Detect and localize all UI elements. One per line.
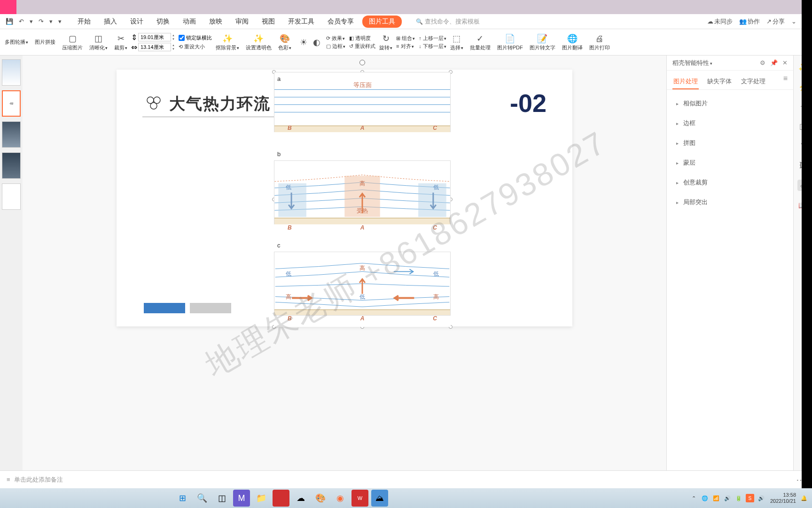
height-down[interactable]: ▼ [172,47,175,51]
panel-title[interactable]: 稻壳智能特性 [672,59,712,67]
undo-drop[interactable]: ▾ [28,17,35,26]
explorer-button[interactable]: 📁 [253,490,270,507]
close-icon[interactable]: ✕ [782,59,788,66]
width-field[interactable] [138,33,171,41]
app-1[interactable]: M [233,490,250,507]
tab-review[interactable]: 审阅 [231,16,253,28]
rp-item-collage[interactable]: 拼图 [667,133,793,153]
tab-animation[interactable]: 动画 [178,16,201,28]
width-down[interactable]: ▼ [172,37,175,41]
effect-button[interactable]: ⟳ 效果 [326,35,345,42]
caret-down-icon[interactable]: ⌄ [791,18,796,25]
tray-icon-2[interactable]: 📶 [712,494,720,502]
undo-button[interactable]: ↶ [17,17,26,26]
tab-insert[interactable]: 插入 [99,16,122,28]
lock-ratio-checkbox[interactable]: 锁定纵横比 [179,34,212,41]
tray-icon-5[interactable]: 🔊 [757,494,765,502]
search-button[interactable]: 🔍 [194,490,211,507]
tab-devtools[interactable]: 开发工具 [283,16,319,28]
menu-icon[interactable]: ≡ [783,74,788,89]
search-input[interactable]: 查找命令、搜索模板 [416,17,480,26]
move-up-button[interactable]: ↑ 上移一层 [419,35,446,42]
qat-more[interactable]: ▾ [56,17,63,26]
rotate-button[interactable]: ↻ 旋转 [376,32,395,52]
rp-tab-text[interactable]: 文字处理 [740,74,766,89]
app-3[interactable]: ☁ [292,490,309,507]
save-icon[interactable]: 💾 [4,17,15,26]
tab-start[interactable]: 开始 [73,16,95,28]
to-pdf-button[interactable]: 📄 图片转PDF [494,32,526,52]
wps-button[interactable]: W [351,490,368,507]
reset-size-button[interactable]: ⟲ 重设大小 [179,43,212,50]
start-button[interactable]: ⊞ [174,490,191,507]
redo-drop[interactable]: ▾ [47,17,55,26]
tab-slideshow[interactable]: 放映 [204,16,227,28]
notes-area[interactable]: ≡ 单击此处添加备注 ⋯ [0,470,812,488]
tab-member[interactable]: 会员专享 [323,16,359,28]
pin-icon[interactable]: 📌 [770,59,778,66]
app-6[interactable]: ⛰ [371,490,388,507]
compress-button[interactable]: ▢ 压缩图片 [59,32,86,52]
rp-tab-image[interactable]: 图片处理 [672,74,699,89]
reset-style-button[interactable]: ↺ 重设样式 [349,43,375,50]
tray-icon-3[interactable]: 🔊 [723,494,732,502]
rotate-handle[interactable] [359,60,365,65]
tab-view[interactable]: 视图 [257,16,280,28]
redo-button[interactable]: ↷ [37,17,46,26]
selected-image[interactable]: a 等压面 B A C b [274,72,451,327]
rp-item-overlay[interactable]: 蒙层 [667,153,793,173]
ime-icon[interactable]: S [746,494,754,502]
print-button[interactable]: 🖨 图片打印 [586,32,613,52]
crop-button[interactable]: ✂ 裁剪 [111,32,130,52]
remove-bg-button[interactable]: ✨ 抠除背景 [213,32,242,52]
slide-title-text: 大气热力环流 [169,93,271,115]
transparency-button[interactable]: ◧ 透明度 [349,35,375,42]
contrast-icon[interactable]: ◐ [311,37,322,48]
tray-icon-1[interactable]: 🌐 [701,494,709,502]
thumbnail-3[interactable] [2,121,21,148]
colorful-button[interactable]: 🎨 色彩 [275,32,294,52]
rp-item-similar[interactable]: 相似图片 [667,94,793,113]
clock[interactable]: 13:58 2022/10/21 [770,492,796,504]
thumbnail-5[interactable] [2,183,21,210]
gear-icon[interactable]: ⚙ [760,59,765,66]
height-field[interactable] [138,43,171,51]
thumbnail-1[interactable] [2,59,21,86]
section-c-label: c [277,242,281,249]
tray-expand-icon[interactable]: ⌃ [692,495,696,501]
width-up[interactable]: ▲ [172,33,175,37]
share-button[interactable]: ↗ 分享 [766,17,785,26]
collab-button[interactable]: 👥 协作 [739,17,760,26]
select-button[interactable]: ⬚ 选择 [447,32,466,52]
align-button[interactable]: ≡ 对齐 [396,43,415,50]
rp-tab-font[interactable]: 缺失字体 [706,74,733,89]
sync-button[interactable]: ☁ 未同步 [707,17,733,26]
tab-design[interactable]: 设计 [125,16,148,28]
app-2[interactable] [273,490,289,507]
tab-transition[interactable]: 切换 [152,16,174,28]
slide-canvas[interactable]: 大气热力环流 -02 a 等压面 [23,56,666,470]
height-up[interactable]: ▲ [172,43,175,47]
set-transparent-button[interactable]: ✨ 设置透明色 [243,32,274,52]
move-down-button[interactable]: ↓ 下移一层 [419,43,446,50]
border-button[interactable]: ▢ 边框 [326,43,345,50]
rp-item-border[interactable]: 边框 [667,113,793,133]
translate-button[interactable]: 🌐 图片翻译 [559,32,586,52]
notifications-icon[interactable]: 🔔 [801,495,807,501]
taskview-button[interactable]: ◫ [213,490,230,507]
batch-button[interactable]: ✓ 批量处理 [467,32,493,52]
rp-item-highlight[interactable]: 局部突出 [667,192,793,212]
combine-button[interactable]: ⊞ 组合 [396,35,415,42]
rp-item-creative-crop[interactable]: 创意裁剪 [667,173,793,192]
clarity-button[interactable]: ◫ 清晰化 [86,32,110,52]
to-text-button[interactable]: 📝 图片转文字 [527,32,558,52]
multi-carousel-button[interactable]: 多图轮播 [2,38,31,47]
tab-picture-tools[interactable]: 图片工具 [362,16,402,28]
thumbnail-4[interactable] [2,152,21,179]
app-5[interactable]: ◉ [332,490,349,507]
brightness-icon[interactable]: ☀ [298,37,309,48]
app-4[interactable]: 🎨 [312,490,329,507]
tray-icon-4[interactable]: 🔋 [734,494,743,502]
image-stitch-button[interactable]: 图片拼接 [32,38,58,47]
thumbnail-2[interactable]: -02 [2,90,21,117]
